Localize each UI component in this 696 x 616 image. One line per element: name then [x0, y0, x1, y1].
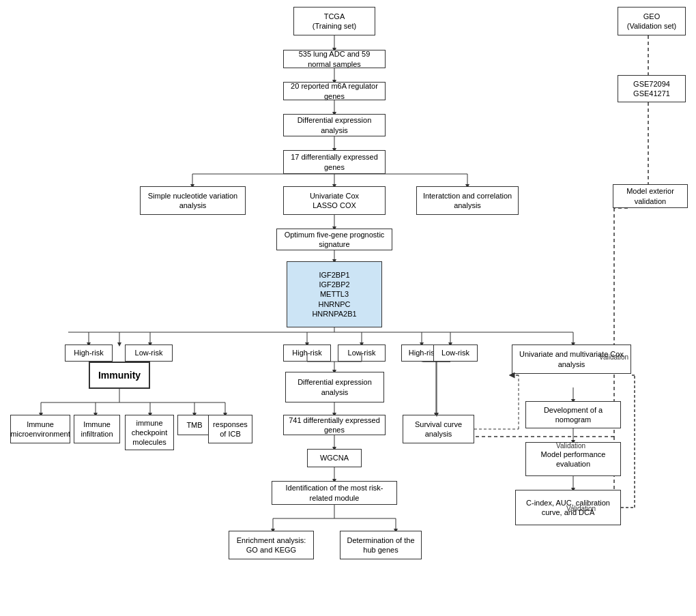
highrisk1-box: High-risk: [65, 344, 113, 362]
highrisk2-label: High-risk: [292, 348, 321, 357]
samples-box: 535 lung ADC and 59 normal samples: [283, 50, 386, 68]
enrichment-label: Enrichment analysis: GO and KEGG: [233, 536, 309, 555]
gse-label: GSE72094GSE41271: [633, 79, 670, 99]
model-ext-label: Model exterior validation: [618, 186, 683, 206]
lowrisk3-label: Low-risk: [441, 348, 469, 357]
most-risk-label: Identification of the most risk-related …: [276, 483, 392, 503]
diffexpr-box: Differential expression analysis: [283, 114, 386, 136]
wgcna-label: WGCNA: [320, 453, 349, 463]
interaction-box: Interatction and correlation analysis: [416, 186, 519, 215]
tcga-box: TCGA(Training set): [293, 7, 375, 35]
diffexpr-label: Differential expression analysis: [288, 115, 381, 135]
nomogram-box: Development of a nomogram: [525, 401, 621, 428]
tcga-label: TCGA(Training set): [313, 12, 356, 31]
validation1-label: Validation: [599, 353, 628, 361]
diff17-label: 17 differentially expressed genes: [288, 152, 381, 172]
icb-box: responses of ICB: [208, 415, 252, 443]
tmb-box: TMB: [177, 415, 212, 435]
diffexpr2-label: Differential expression analysis: [290, 377, 379, 397]
diff741-label: 741 differentially expressed genes: [288, 415, 381, 435]
flowchart: TCGA(Training set) GEO(Validation set) 5…: [0, 0, 696, 616]
survival-box: Survival curve analysis: [403, 415, 474, 443]
highrisk2-box: High-risk: [283, 344, 331, 362]
highrisk1-label: High-risk: [74, 348, 103, 357]
immunity-box: Immunity: [89, 362, 150, 389]
lowrisk3-box: Low-risk: [433, 344, 478, 362]
immune-inf-label: Immune infiltration: [78, 420, 115, 439]
snv-label: Simple nucleotide variation analysis: [145, 191, 241, 211]
hub-genes-label: Determination of the hub genes: [345, 536, 417, 555]
genes-box: IGF2BP1IGF2BP2METTL3HNRNPCHNRNPA2B1: [287, 261, 382, 327]
samples-label: 535 lung ADC and 59 normal samples: [288, 49, 381, 69]
immune-inf-box: Immune infiltration: [74, 415, 120, 443]
optimum-label: Optimum five-gene prognostic signature: [281, 230, 388, 250]
optimum-box: Optimum five-gene prognostic signature: [276, 229, 392, 250]
immune-micro-box: Immune microenvironment: [10, 415, 70, 443]
diff17-box: 17 differentially expressed genes: [283, 150, 386, 174]
survival-label: Survival curve analysis: [407, 420, 469, 439]
immune-check-box: immune checkpoint molecules: [125, 415, 174, 450]
gse-box: GSE72094GSE41271: [618, 75, 686, 102]
diff741-box: 741 differentially expressed genes: [283, 415, 386, 435]
most-risk-box: Identification of the most risk-related …: [272, 481, 397, 505]
enrichment-box: Enrichment analysis: GO and KEGG: [229, 531, 314, 559]
immune-micro-label: Immune microenvironment: [10, 420, 70, 439]
wgcna-box: WGCNA: [307, 449, 362, 467]
validation2-label: Validation: [556, 442, 585, 450]
m6a-label: 20 reported m6A regulator genes: [288, 81, 381, 101]
univcox-box: Univariate CoxLASSO COX: [283, 186, 386, 215]
icb-label: responses of ICB: [213, 420, 248, 439]
immune-check-label: immune checkpoint molecules: [130, 418, 169, 448]
validation3-label: Validation: [566, 505, 596, 512]
model-ext-box: Model exterior validation: [613, 184, 688, 208]
lowrisk2-label: Low-risk: [348, 348, 376, 357]
univcox-label: Univariate CoxLASSO COX: [310, 191, 359, 211]
geo-label: GEO(Validation set): [627, 12, 677, 31]
snv-box: Simple nucleotide variation analysis: [140, 186, 246, 215]
immunity-label: Immunity: [98, 369, 141, 381]
lowrisk1-box: Low-risk: [125, 344, 173, 362]
lowrisk1-label: Low-risk: [135, 348, 163, 357]
m6a-box: 20 reported m6A regulator genes: [283, 82, 386, 100]
nomogram-label: Development of a nomogram: [530, 405, 616, 425]
diffexpr2-box: Differential expression analysis: [285, 372, 384, 402]
model-perf-label: Model performance evaluation: [530, 450, 616, 469]
genes-label: IGF2BP1IGF2BP2METTL3HNRNPCHNRNPA2B1: [312, 270, 356, 319]
geo-box: GEO(Validation set): [618, 7, 686, 35]
lowrisk2-box: Low-risk: [338, 344, 386, 362]
tmb-label: TMB: [186, 420, 202, 430]
hub-genes-box: Determination of the hub genes: [340, 531, 422, 559]
interaction-label: Interatction and correlation analysis: [421, 191, 514, 211]
